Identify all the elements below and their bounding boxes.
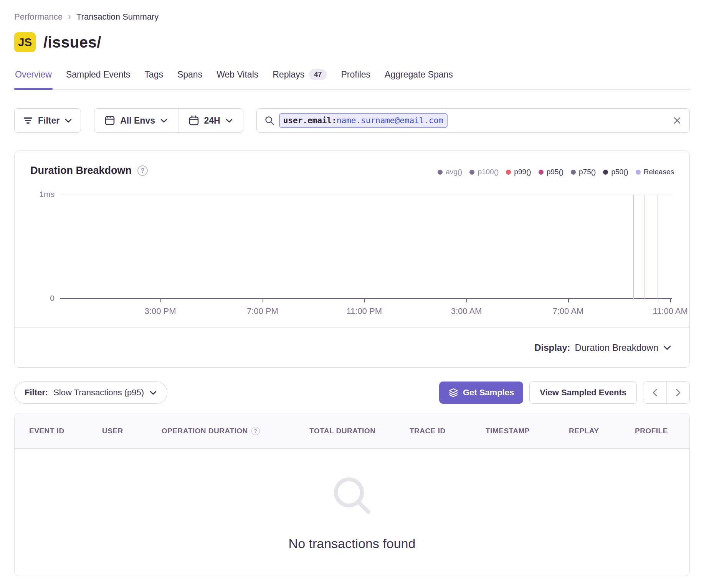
samples-row: Filter: Slow Transactions (p95) Get Samp… [14,382,690,404]
chevron-down-icon [225,118,233,123]
tab-spans[interactable]: Spans [177,69,203,89]
duration-breakdown-panel: Duration Breakdown ? avg()p100()p99()p95… [14,150,690,368]
tab-label: Overview [15,69,52,80]
tab-profiles[interactable]: Profiles [340,69,371,89]
display-value: Duration Breakdown [575,342,658,353]
tab-sampled-events[interactable]: Sampled Events [65,69,131,89]
pagination [643,382,690,404]
search-token-value: name.surname@email.com [337,116,443,125]
column-header-label: OPERATION DURATION [162,427,248,435]
x-axis-tick [568,299,569,302]
column-header-label: TOTAL DURATION [309,427,375,435]
column-header-label: PROFILE [635,427,668,435]
tab-bar: OverviewSampled EventsTagsSpansWeb Vital… [14,69,690,90]
x-axis-tick [466,299,467,302]
x-axis-label: 7:00 PM [247,306,278,316]
release-marker-line[interactable] [645,195,645,299]
breadcrumb-performance[interactable]: Performance [14,12,63,22]
x-axis-tick [263,299,263,302]
column-header-replay: REPLAY [569,413,599,448]
column-header-label: TRACE ID [410,427,446,435]
transactions-filter-label: Filter: [25,388,48,398]
date-range-selector[interactable]: 24H [178,109,243,132]
x-axis-label: 11:00 PM [346,306,382,316]
column-header-event-id: EVENT ID [29,413,64,448]
chart-plot[interactable]: 3:00 PM7:00 PM11:00 PM3:00 AM7:00 AM11:0… [60,195,672,299]
chevron-down-icon [64,118,72,123]
x-axis-label: 3:00 PM [145,306,176,316]
display-label: Display: [534,342,570,353]
filter-lines-icon [23,116,33,125]
column-header-label: EVENT ID [29,427,64,435]
filter-button-label: Filter [38,116,59,126]
empty-state-text: No transactions found [289,536,416,551]
tab-overview[interactable]: Overview [14,69,53,89]
release-marker-line[interactable] [633,195,634,299]
tab-label: Aggregate Spans [385,69,453,80]
search-input[interactable]: user.email: name.surname@email.com [256,108,690,133]
tab-tags[interactable]: Tags [144,69,164,89]
tab-label: Web Vitals [216,69,258,80]
date-range-label: 24H [204,116,220,126]
tab-aggregate-spans[interactable]: Aggregate Spans [384,69,454,89]
chevron-down-icon [160,118,168,123]
chart-footer: Display: Duration Breakdown [15,327,689,367]
column-header-user: USER [102,413,123,448]
tab-label: Replays [273,69,304,80]
page-title: /issues/ [43,34,101,51]
chevron-left-icon [652,388,658,397]
x-axis-label: 3:00 AM [451,306,482,316]
x-axis-tick [160,299,161,302]
x-axis-label: 7:00 AM [552,306,583,316]
environment-selector[interactable]: All Envs [94,109,178,132]
search-token-key: user.email: [283,116,337,125]
view-sampled-events-label: View Sampled Events [540,388,626,398]
tab-label: Profiles [341,69,370,80]
stack-icon [448,388,458,398]
help-icon[interactable]: ? [251,427,260,435]
close-icon[interactable] [673,116,682,125]
tab-replays[interactable]: Replays47 [272,69,327,89]
column-header-label: REPLAY [569,427,599,435]
get-samples-button[interactable]: Get Samples [439,382,523,404]
tab-web-vitals[interactable]: Web Vitals [216,69,259,89]
breadcrumb-transaction-summary: Transaction Summary [76,12,159,22]
x-axis-tick [670,299,671,302]
column-header-label: TIMESTAMP [486,427,530,435]
release-marker-line[interactable] [658,195,658,299]
tab-count-badge: 47 [309,69,327,80]
column-header-trace-id: TRACE ID [410,413,446,448]
gridline-1ms [60,195,672,195]
platform-js-badge: JS [14,32,36,52]
search-empty-icon [329,474,375,520]
title-row: JS /issues/ [14,32,690,52]
column-header-total-duration: TOTAL DURATION [309,413,375,448]
search-filter-token[interactable]: user.email: name.surname@email.com [279,113,448,128]
next-page-button[interactable] [666,382,689,403]
previous-page-button[interactable] [643,382,666,403]
tab-label: Spans [177,69,202,80]
filter-button[interactable]: Filter [14,108,81,133]
column-header-profile: PROFILE [635,413,668,448]
table-header-row: EVENT IDUSEROPERATION DURATION?TOTAL DUR… [15,413,689,449]
view-sampled-events-button[interactable]: View Sampled Events [529,382,637,404]
chevron-right-icon [676,388,681,397]
y-axis-label-bottom: 0 [15,294,55,303]
display-selector[interactable]: Display: Duration Breakdown [534,342,671,353]
get-samples-label: Get Samples [463,388,514,398]
search-icon [264,116,274,126]
transactions-filter-dropdown[interactable]: Filter: Slow Transactions (p95) [14,382,167,404]
chart-area: 1ms 0 3:00 PM7:00 PM11:00 PM3:00 AM7:00 … [15,151,689,327]
calendar-icon [188,115,199,126]
breadcrumb: Performance › Transaction Summary [14,0,690,22]
tab-label: Tags [144,69,163,80]
chevron-down-icon [149,390,157,395]
column-header-operation-duration: OPERATION DURATION? [162,413,260,448]
y-axis-label-top: 1ms [15,190,55,199]
column-header-timestamp: TIMESTAMP [486,413,530,448]
chevron-down-icon [663,345,671,350]
window-icon [104,115,115,126]
transactions-table: EVENT IDUSEROPERATION DURATION?TOTAL DUR… [14,413,690,576]
environment-selector-label: All Envs [120,116,155,126]
env-date-group: All Envs 24H [94,108,243,133]
